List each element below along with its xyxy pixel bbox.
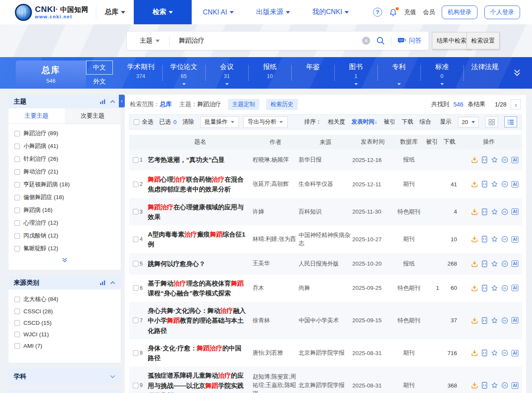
nav-item-my-cnki[interactable]: 我的CNKI (301, 0, 360, 24)
filter-group-year[interactable]: 年度 时间↓ 文献量↓ (9, 390, 121, 393)
filter-option[interactable]: WJCI (11) (9, 329, 121, 340)
collect-star-icon[interactable] (491, 208, 498, 215)
filter-checkbox[interactable] (14, 208, 20, 213)
search-settings-button[interactable]: 检索设置 (466, 32, 500, 49)
ai-icon[interactable]: AI (512, 317, 518, 324)
html-doc-icon[interactable] (481, 350, 488, 356)
db-tab[interactable]: 年鉴 (291, 57, 334, 89)
filter-option[interactable]: 舞蹈治疗 (89) (9, 127, 121, 140)
lang-tab-chinese[interactable]: 中文 (86, 61, 113, 75)
result-authors[interactable]: 徐青林 (253, 316, 299, 325)
download-icon[interactable] (471, 236, 478, 243)
html-doc-icon[interactable] (481, 382, 488, 389)
filter-checkbox[interactable] (14, 246, 20, 251)
cite-quote-icon[interactable] (501, 236, 508, 243)
result-source[interactable]: 中国神经精神疾病杂志 (299, 231, 352, 248)
result-authors[interactable]: 赵知博;陈斐宣;周祐瑄;王嘉欣;陈昭琪 (253, 373, 299, 393)
collect-star-icon[interactable] (491, 285, 498, 292)
filter-checkbox[interactable] (14, 131, 20, 136)
ai-icon[interactable]: AI (512, 285, 518, 291)
result-cited-count[interactable]: 1 (425, 285, 439, 291)
html-doc-icon[interactable] (481, 156, 488, 163)
result-source[interactable]: 人民日报海外版 (299, 260, 352, 268)
filter-option[interactable]: 舞蹈病 (16) (9, 204, 121, 217)
download-icon[interactable] (471, 382, 478, 389)
result-title-link[interactable]: 身体·文化·疗愈：舞蹈治疗的中国路径 (148, 343, 253, 363)
db-tab[interactable]: 图书 1 (334, 57, 377, 89)
filter-option[interactable]: 舞动治疗 (21) (9, 165, 121, 178)
batch-actions-button[interactable]: 批量操作 (200, 116, 239, 128)
search-history-button[interactable]: 检索历史 (266, 99, 298, 110)
chevron-up-icon[interactable] (110, 281, 115, 285)
download-icon[interactable] (471, 350, 478, 356)
collect-star-icon[interactable] (491, 181, 498, 188)
result-source[interactable]: 新华日报 (299, 156, 352, 164)
col-source[interactable]: 来源 (299, 138, 352, 146)
search-in-results-button[interactable]: 结果中检索 (432, 32, 471, 49)
result-authors[interactable]: 张延芹;高朝辉 (253, 180, 299, 188)
sort-relevance[interactable]: 相关度 (328, 118, 345, 126)
filter-checkbox[interactable] (14, 182, 20, 188)
cite-quote-icon[interactable] (501, 181, 508, 188)
db-tab[interactable]: 专利 (377, 57, 420, 89)
result-title-link[interactable]: 艺考热退潮，“真功夫”凸显 (148, 155, 253, 165)
result-source[interactable]: 生命科学仪器 (299, 180, 352, 188)
collect-star-icon[interactable] (491, 260, 498, 267)
download-icon[interactable] (471, 181, 478, 188)
result-authors[interactable]: 许婵 (253, 208, 299, 216)
filter-checkbox[interactable] (14, 220, 20, 226)
select-all-label[interactable]: 全选 (142, 118, 153, 126)
filter-option[interactable]: AMI (7) (9, 340, 121, 352)
nav-library-dropdown[interactable]: 总库 (96, 0, 134, 24)
cite-quote-icon[interactable] (501, 260, 508, 267)
download-icon[interactable] (471, 260, 478, 267)
filter-option[interactable]: CSSCI (28) (9, 306, 121, 317)
list-view-icon[interactable] (504, 116, 517, 127)
html-doc-icon[interactable] (481, 181, 488, 188)
result-download-count[interactable]: 10 (439, 236, 460, 243)
cite-quote-icon[interactable] (501, 382, 508, 389)
member-link[interactable]: 会员 (423, 9, 435, 16)
help-icon[interactable]: ? (373, 8, 382, 17)
html-doc-icon[interactable] (481, 317, 488, 324)
download-icon[interactable] (471, 285, 478, 292)
magnifier-icon[interactable] (376, 36, 385, 45)
row-checkbox[interactable] (133, 157, 138, 163)
grid-view-icon[interactable] (485, 116, 498, 127)
result-download-count[interactable]: 41 (439, 181, 460, 188)
result-authors[interactable]: 乔木 (253, 284, 299, 292)
clear-icon[interactable]: ✕ (362, 37, 370, 45)
cnki-logo[interactable]: CNKI·中国知网 www.cnki.net (0, 0, 96, 24)
nav-item-cnki-ai[interactable]: CNKI AI (192, 0, 245, 24)
filter-checkbox[interactable] (14, 144, 20, 149)
ai-icon[interactable]: AI (512, 382, 518, 389)
topic-custom-button[interactable]: 主题定制 (228, 99, 259, 110)
filter-checkbox[interactable] (14, 297, 20, 302)
ai-icon[interactable]: AI (512, 208, 518, 215)
filter-group-header[interactable]: 主题 (9, 95, 121, 108)
col-cited[interactable]: 被引 (425, 138, 439, 146)
bar-chart-icon[interactable] (100, 99, 106, 104)
filter-option[interactable]: 丙戊酸钠 (12) (9, 229, 121, 242)
select-all-checkbox[interactable] (134, 119, 139, 125)
download-icon[interactable] (471, 317, 478, 324)
col-date[interactable]: 发表时间 (352, 138, 393, 146)
filter-checkbox[interactable] (14, 233, 20, 239)
ai-icon[interactable]: AI (512, 260, 518, 267)
db-tab-total[interactable]: 总库 546 (16, 61, 86, 89)
html-doc-icon[interactable] (481, 208, 488, 215)
db-tab[interactable]: 标准 0 (420, 57, 463, 89)
cite-quote-icon[interactable] (501, 156, 508, 163)
sort-cited[interactable]: 被引 (384, 118, 395, 126)
row-checkbox[interactable] (133, 261, 138, 266)
db-tab[interactable]: 报纸 10 (248, 57, 291, 89)
filter-checkbox[interactable] (14, 309, 20, 314)
chevron-up-icon[interactable] (110, 100, 115, 104)
ai-icon[interactable]: AI (512, 181, 518, 188)
double-chevron-down-icon[interactable] (512, 67, 523, 80)
cite-quote-icon[interactable] (501, 208, 508, 215)
download-icon[interactable] (471, 208, 478, 215)
result-download-count[interactable]: 4 (439, 208, 460, 215)
lang-tab-foreign[interactable]: 外文 (86, 75, 113, 89)
recharge-link[interactable]: 充值 (404, 9, 416, 16)
